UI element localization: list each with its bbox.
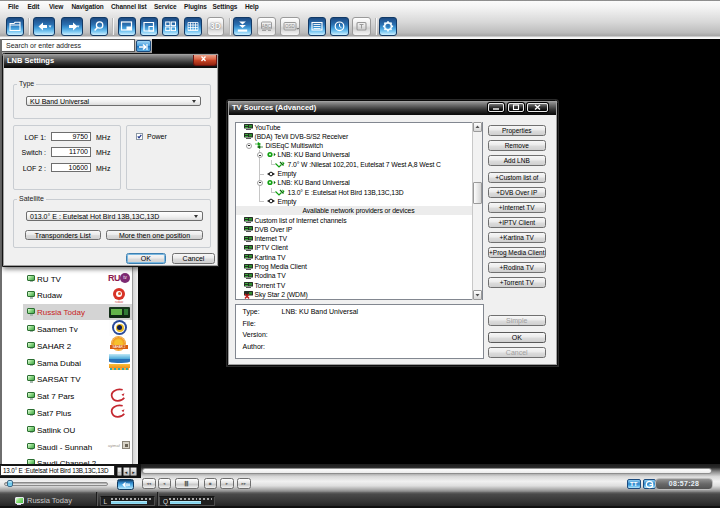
- svg-text:ABC: ABC: [262, 24, 272, 29]
- svg-text:OSD: OSD: [285, 24, 296, 29]
